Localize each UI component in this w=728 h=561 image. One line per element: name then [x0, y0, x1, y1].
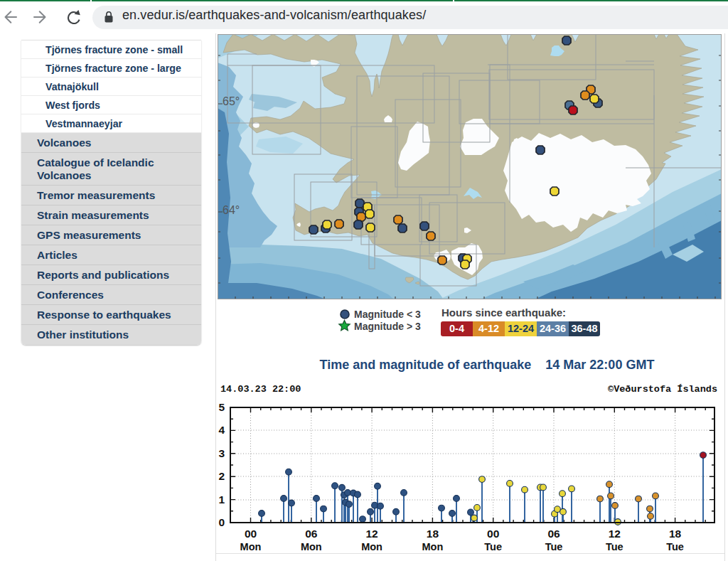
- svg-text:65°: 65°: [223, 95, 240, 107]
- svg-text:06: 06: [305, 528, 318, 540]
- svg-text:64°: 64°: [223, 204, 240, 216]
- svg-text:00: 00: [245, 528, 257, 540]
- svg-text:1: 1: [218, 493, 225, 506]
- svg-text:18: 18: [669, 528, 682, 540]
- svg-text:5: 5: [218, 401, 225, 413]
- svg-text:12: 12: [365, 528, 378, 540]
- svg-text:12: 12: [609, 528, 621, 540]
- svg-text:18: 18: [427, 528, 439, 540]
- svg-text:06: 06: [547, 528, 560, 540]
- svg-text:Tue: Tue: [666, 541, 684, 552]
- svg-text:0: 0: [218, 516, 225, 528]
- svg-text:Tue: Tue: [606, 541, 623, 552]
- svg-text:00: 00: [487, 528, 499, 540]
- svg-text:Tue: Tue: [484, 541, 502, 552]
- svg-text:Mon: Mon: [301, 541, 322, 552]
- svg-text:2: 2: [218, 470, 225, 482]
- svg-text:Mon: Mon: [422, 541, 444, 552]
- svg-text:4: 4: [218, 424, 225, 436]
- svg-text:Mon: Mon: [240, 541, 262, 552]
- svg-text:3: 3: [218, 447, 225, 459]
- svg-text:Tue: Tue: [545, 541, 563, 552]
- svg-text:Mon: Mon: [361, 541, 382, 552]
